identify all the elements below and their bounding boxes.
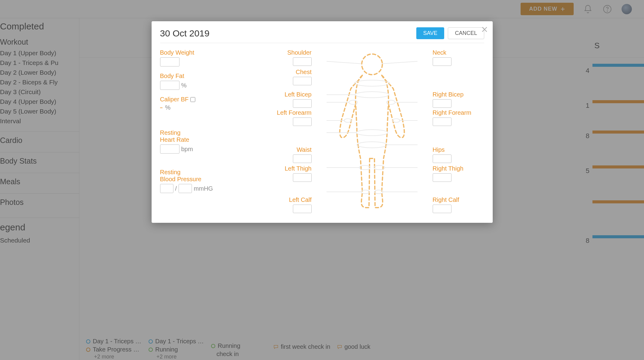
waist-label: Waist — [297, 146, 311, 153]
right-calf-label: Right Calf — [433, 196, 459, 203]
caliper-checkbox[interactable] — [190, 97, 195, 102]
close-icon[interactable] — [481, 25, 488, 33]
right-forearm-input[interactable] — [433, 117, 451, 126]
left-calf-label: Left Calf — [289, 196, 311, 203]
body-fat-label: Body Fat — [160, 73, 251, 80]
body-weight-label: Body Weight — [160, 49, 251, 56]
resting-bp-label-2: Blood Pressure — [160, 176, 251, 183]
body-fat-input[interactable] — [160, 81, 179, 90]
chest-input[interactable] — [293, 77, 312, 85]
svg-point-6 — [387, 100, 395, 104]
neck-input[interactable] — [433, 57, 451, 66]
svg-line-15 — [327, 61, 361, 64]
svg-point-5 — [349, 100, 357, 104]
resting-bp-diastolic-input[interactable] — [179, 184, 192, 193]
resting-hr-input[interactable] — [160, 144, 179, 154]
caliper-label: Caliper BF — [160, 96, 189, 103]
right-bicep-input[interactable] — [433, 99, 451, 108]
svg-point-14 — [374, 190, 383, 194]
svg-point-2 — [362, 54, 382, 75]
caliper-dash: – — [160, 105, 163, 110]
left-bicep-input[interactable] — [293, 99, 312, 108]
resting-hr-unit: bpm — [181, 146, 193, 153]
body-stats-modal: 30 Oct 2019 SAVE CANCEL Body Weight Body… — [152, 21, 493, 223]
shoulder-label: Shoulder — [287, 49, 311, 56]
resting-hr-label-1: Resting — [160, 129, 251, 136]
left-thigh-input[interactable] — [293, 173, 312, 182]
hips-input[interactable] — [433, 155, 451, 163]
body-outline-icon — [327, 49, 418, 213]
right-forearm-label: Right Forearm — [433, 109, 471, 116]
body-weight-input[interactable] — [160, 57, 179, 66]
caliper-unit: % — [165, 104, 170, 111]
modal-overlay: 30 Oct 2019 SAVE CANCEL Body Weight Body… — [0, 0, 644, 360]
svg-point-3 — [354, 80, 390, 86]
shoulder-input[interactable] — [293, 57, 312, 66]
left-calf-input[interactable] — [293, 205, 312, 213]
svg-line-16 — [382, 61, 418, 64]
hips-label: Hips — [433, 146, 445, 153]
left-forearm-label: Left Forearm — [277, 109, 311, 116]
resting-bp-systolic-input[interactable] — [160, 184, 173, 193]
svg-point-7 — [344, 119, 351, 122]
resting-bp-label-1: Resting — [160, 169, 251, 176]
modal-title: 30 Oct 2019 — [160, 28, 210, 39]
save-button[interactable]: SAVE — [416, 27, 444, 39]
chest-label: Chest — [296, 69, 311, 76]
waist-input[interactable] — [293, 155, 312, 163]
svg-point-13 — [361, 190, 370, 194]
right-thigh-label: Right Thigh — [433, 165, 464, 172]
vitals-column: Body Weight Body Fat % Caliper BF — [160, 49, 251, 213]
svg-point-10 — [357, 142, 387, 148]
body-fat-unit: % — [181, 82, 187, 89]
svg-point-9 — [356, 130, 388, 136]
right-bicep-label: Right Bicep — [433, 91, 464, 98]
bp-slash: / — [175, 185, 177, 192]
svg-point-4 — [355, 92, 389, 98]
left-bicep-label: Left Bicep — [285, 91, 312, 98]
left-thigh-label: Left Thigh — [285, 165, 312, 172]
resting-bp-unit: mmHG — [194, 185, 213, 192]
cancel-button[interactable]: CANCEL — [448, 27, 484, 39]
neck-label: Neck — [433, 49, 447, 56]
right-thigh-input[interactable] — [433, 173, 451, 182]
right-calf-input[interactable] — [433, 205, 451, 213]
body-measurements: Shoulder Chest Left Bicep Left Forearm W… — [260, 49, 484, 213]
resting-hr-label-2: Heart Rate — [160, 136, 251, 143]
svg-point-8 — [393, 119, 400, 122]
left-forearm-input[interactable] — [293, 117, 312, 126]
